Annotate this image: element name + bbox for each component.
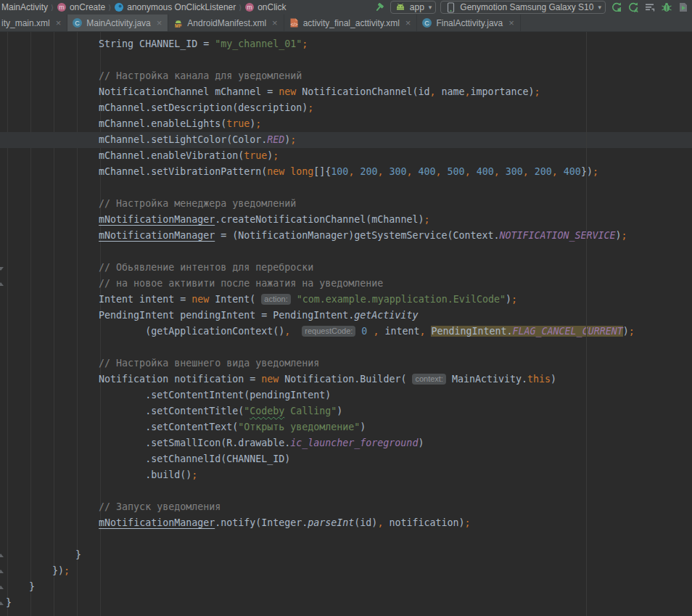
device-dropdown[interactable]: Genymotion Samsung Galaxy S10 ▾	[440, 1, 606, 14]
layout-xml-file-icon: </>	[289, 17, 300, 28]
breadcrumb-separator-icon: ⟩	[108, 4, 111, 12]
tab-close-icon[interactable]: ×	[56, 18, 62, 28]
code-line: .build();	[0, 467, 692, 483]
tab-close-icon[interactable]: ×	[405, 18, 411, 28]
breadcrumb-label: anonymous OnClickListener	[127, 2, 236, 12]
code-line: mChannel.enableLights(true);	[0, 116, 692, 132]
tab-close-icon[interactable]: ×	[157, 18, 162, 28]
tab-finalacttivity-java[interactable]: CFinalActtivity.java×	[417, 15, 520, 31]
code-line: mChannel.setLightColor(Color.RED);	[0, 132, 692, 148]
svg-text:C: C	[425, 20, 430, 27]
code-line: .setContentIntent(pendingIntent)	[0, 387, 692, 403]
run-toolbar: app ▾ Genymotion Samsung Galaxy S10 ▾ A	[374, 1, 691, 14]
tab-label: ity_main.xml	[1, 18, 50, 28]
fold-marker-icon[interactable]	[0, 567, 4, 578]
chevron-down-icon: ▾	[598, 4, 601, 11]
editor-tab-bar: ity_main.xml×CMainActivity.java×MFAndroi…	[0, 15, 692, 32]
device-label: Genymotion Samsung Galaxy S10	[460, 2, 593, 12]
tab-activity-final-acttivity-xml[interactable]: </>activity_final_acttivity.xml×	[284, 15, 418, 31]
code-line	[0, 244, 692, 260]
run-config-dropdown[interactable]: app ▾	[390, 1, 437, 14]
tab-label: MainActivity.java	[86, 18, 150, 28]
tab-close-icon[interactable]: ×	[272, 18, 278, 28]
code-line: // Обьявление интентов для переброски	[0, 260, 692, 276]
parameter-hint: requestCode:	[302, 326, 355, 337]
code-line: mChannel.setVibrationPattern(new long[]{…	[0, 164, 692, 180]
code-area: String CHANNEL_ID = "my_channel_01"; // …	[0, 32, 692, 611]
code-line: // на новое активити после нажатия на ув…	[0, 276, 692, 292]
code-line: });	[0, 563, 692, 579]
svg-text:A: A	[634, 7, 638, 14]
parameter-hint: context:	[412, 374, 446, 385]
code-line: .setContentTitle("Codeby Calling")	[0, 403, 692, 419]
code-line: // Настройка менеджера уведомлений	[0, 196, 692, 212]
manifest-file-icon: MF	[173, 17, 184, 28]
run-config-label: app	[410, 2, 424, 12]
code-line	[0, 180, 692, 196]
tab-ity-main-xml[interactable]: ity_main.xml×	[0, 15, 67, 31]
code-line: }	[0, 547, 692, 563]
breadcrumb-item-oncreate[interactable]: monCreate	[57, 2, 105, 12]
java-class-file-icon: C	[421, 17, 432, 28]
tab-label: AndroidManifest.xml	[187, 18, 266, 28]
class-icon	[114, 2, 124, 12]
code-line: }	[0, 595, 692, 611]
code-line: NotificationChannel mChannel = new Notif…	[0, 84, 692, 100]
breadcrumb-item-anonymous-onclicklistener[interactable]: anonymous OnClickListener	[114, 2, 236, 12]
code-line: (getApplicationContext(), requestCode: 0…	[0, 324, 692, 340]
code-line: .setChannelId(CHANNEL_ID)	[0, 451, 692, 467]
breadcrumb-label: onClick	[258, 2, 286, 12]
breadcrumb-separator-icon: ⟩	[51, 4, 54, 12]
fold-marker-icon[interactable]	[0, 551, 4, 562]
svg-text:C: C	[75, 20, 81, 27]
fold-marker-icon[interactable]	[0, 599, 4, 609]
svg-text:m: m	[247, 4, 252, 11]
fold-marker-icon[interactable]	[0, 583, 4, 594]
breadcrumb: MainActivity⟩monCreate⟩anonymous OnClick…	[1, 2, 287, 12]
tab-close-icon[interactable]: ×	[508, 18, 514, 28]
right-margin-guide	[586, 32, 587, 616]
apply-changes-restart-icon[interactable]	[610, 1, 622, 14]
svg-text:MF: MF	[175, 23, 181, 28]
breadcrumb-label: onCreate	[70, 2, 105, 12]
navigation-bar: MainActivity⟩monCreate⟩anonymous OnClick…	[0, 0, 692, 15]
code-line: mChannel.enableVibration(true);	[0, 148, 692, 164]
breadcrumb-separator-icon: ⟩	[239, 4, 242, 12]
code-line: }	[0, 579, 692, 595]
debug-bug-icon[interactable]	[660, 1, 672, 14]
code-line: Notification notification = new Notifica…	[0, 371, 692, 387]
parameter-hint: action:	[261, 294, 290, 305]
code-line	[0, 52, 692, 68]
tab-mainactivity-java[interactable]: CMainActivity.java×	[67, 15, 168, 31]
code-line: mNotificationManager.createNotificationC…	[0, 212, 692, 228]
tab-androidmanifest-xml[interactable]: MFAndroidManifest.xml×	[168, 15, 284, 31]
android-studio-window: MainActivity⟩monCreate⟩anonymous OnClick…	[0, 0, 692, 616]
breadcrumb-item-onclick[interactable]: monClick	[244, 2, 286, 12]
apply-code-changes-icon[interactable]: A	[627, 1, 639, 14]
android-icon	[395, 1, 407, 14]
code-line: // Настройка внешнего вида уведомления	[0, 356, 692, 371]
breadcrumb-label: MainActivity	[1, 2, 48, 12]
code-line: mChannel.setDescription(description);	[0, 100, 692, 116]
code-line: mNotificationManager = (NotificationMana…	[0, 228, 692, 244]
build-hammer-icon[interactable]	[374, 1, 386, 14]
code-line: Intent intent = new Intent( action: "com…	[0, 292, 692, 308]
fold-marker-icon[interactable]	[0, 279, 4, 290]
fold-marker-icon[interactable]	[0, 263, 4, 274]
code-line	[0, 483, 692, 499]
breadcrumb-item-mainactivity[interactable]: MainActivity	[1, 2, 48, 12]
svg-text:m: m	[59, 4, 65, 11]
chevron-down-icon: ▾	[429, 4, 432, 11]
code-line: .setSmallIcon(R.drawable.ic_launcher_for…	[0, 435, 692, 451]
profiler-icon[interactable]	[643, 1, 656, 14]
attach-debugger-icon[interactable]	[677, 1, 689, 14]
svg-text:</>: </>	[290, 22, 297, 27]
tab-label: activity_final_acttivity.xml	[303, 18, 400, 28]
code-line: // Настройка канала для уведомлений	[0, 68, 692, 84]
code-line: .setContentText("Открыть уведомление")	[0, 419, 692, 435]
code-line: String CHANNEL_ID = "my_channel_01";	[0, 36, 692, 52]
code-editor[interactable]: String CHANNEL_ID = "my_channel_01"; // …	[0, 32, 692, 616]
code-line: PendingIntent pendingIntent = PendingInt…	[0, 308, 692, 324]
tab-label: FinalActtivity.java	[436, 18, 503, 28]
java-class-file-icon: C	[72, 17, 83, 28]
